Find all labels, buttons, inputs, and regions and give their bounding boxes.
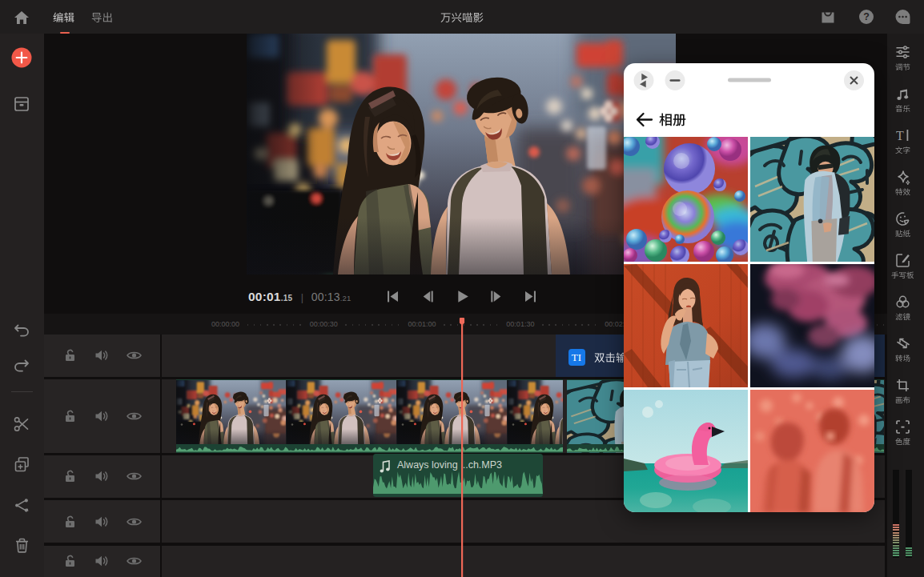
svg-text:T: T bbox=[896, 129, 904, 142]
svg-text:Always loving ..ch.MP3: Always loving ..ch.MP3 bbox=[397, 459, 502, 471]
svg-text:?: ? bbox=[863, 11, 870, 22]
